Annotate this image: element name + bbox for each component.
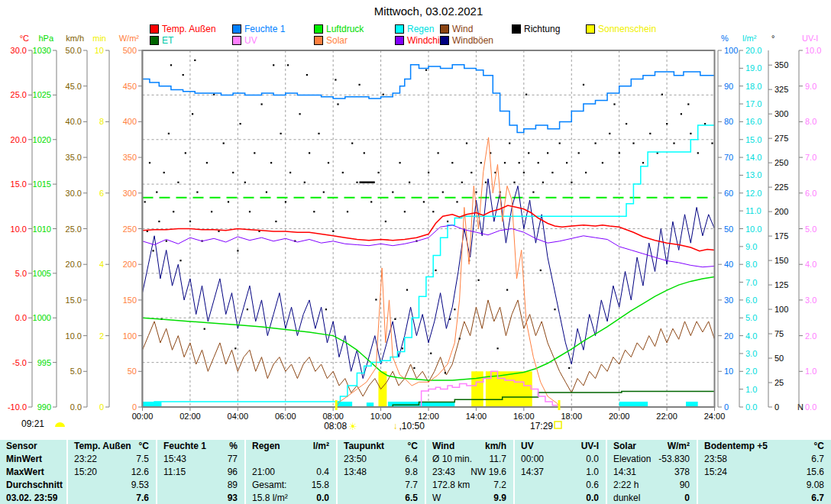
axis-tick-label: 25.0 xyxy=(11,90,27,99)
axis-tick-label: -5.0 xyxy=(12,358,27,367)
table-cell-time: 14:37 xyxy=(521,467,544,477)
scatter-dot xyxy=(649,133,651,134)
scatter-dot xyxy=(566,162,567,163)
table-cell-value: 7.6 xyxy=(136,493,149,503)
axis-tick-label: 1.0 xyxy=(745,385,757,394)
scatter-dot xyxy=(347,211,348,212)
axis-tick-label: 100 xyxy=(724,46,738,55)
scatter-dot xyxy=(704,123,706,124)
table-header-taupunkt: Taupunkt°C xyxy=(336,440,425,453)
scatter-dot xyxy=(523,172,525,173)
scatter-dot xyxy=(585,172,587,173)
table-cell-taupunkt: 23:506.4 xyxy=(336,453,425,466)
scatter-dot xyxy=(356,182,357,183)
axis-km-h: 50.045.040.035.030.025.020.015.010.05.00… xyxy=(66,34,87,412)
sunrise-time-label: 08:08 xyxy=(324,421,347,431)
axis-tick-label: 10.0 xyxy=(805,46,821,55)
scatter-dot xyxy=(619,152,620,153)
scatter-dot xyxy=(285,201,286,202)
table-cell-value: 7.5 xyxy=(136,454,149,464)
x-tick-label: 02:00 xyxy=(179,412,201,421)
axis--: 3503253002752502252001751501251007550250… xyxy=(768,34,804,412)
scatter-dot xyxy=(626,123,627,124)
table-cell-feuchte-1: 89 xyxy=(156,478,244,491)
table-cell-value: 6.7 xyxy=(811,454,824,464)
table-cell-time: 2:22 h xyxy=(613,480,639,490)
table-cell-wind: Ø 10 min.11.7 xyxy=(425,453,513,466)
axis-hpa: 1030102510201015101010051000995990hPa xyxy=(33,34,57,412)
scatter-dot xyxy=(213,94,215,95)
scatter-dot xyxy=(342,172,344,173)
table-cell-value: 9.08 xyxy=(807,480,824,490)
table-header-unit: l/m² xyxy=(313,441,329,451)
table-cell-value: -53.830 xyxy=(658,454,690,464)
scatter-dot xyxy=(179,260,181,261)
scatter-dot xyxy=(144,201,146,202)
axis-tick-label: 10 xyxy=(724,367,733,376)
table-cell-value: 9.8 xyxy=(405,467,418,477)
sunset-time-label: 17:29 xyxy=(530,421,553,431)
sunshine-block xyxy=(378,371,386,407)
scatter-dot xyxy=(519,162,520,163)
table-cell-uv: 14:371.0 xyxy=(513,466,606,479)
table-cell-value: 0.0 xyxy=(586,454,599,464)
scatter-dot xyxy=(554,309,555,310)
scatter-dot xyxy=(156,192,157,193)
axis-tick-label: 50 xyxy=(128,367,137,376)
table-cell-bodentemp-5: 9.08 xyxy=(697,478,831,491)
axis-tick-label: 0.0 xyxy=(15,313,27,322)
scatter-dot xyxy=(289,172,291,173)
scatter-dot xyxy=(642,162,644,163)
table-row-label: MinWert xyxy=(0,453,66,466)
axis-unit-label: l/m² xyxy=(742,34,757,43)
table-cell-value: 0.0 xyxy=(316,493,329,503)
table-cell-value: NW 19.6 xyxy=(470,467,506,477)
scatter-dot xyxy=(451,162,453,163)
axis-tick-label: 1005 xyxy=(33,269,51,278)
axis-tick-label: 4.0 xyxy=(745,331,757,341)
table-header-regen: Regenl/m² xyxy=(244,440,336,453)
axis-tick-label: 300 xyxy=(774,109,788,118)
grid-lines xyxy=(143,50,715,407)
axis-tick-label: 200 xyxy=(123,260,137,269)
sunshine-block xyxy=(471,371,483,407)
x-tick-label: 06:00 xyxy=(275,412,296,421)
table-header-sensor: Sensor xyxy=(0,440,66,453)
axis-tick-label: 14.0 xyxy=(745,153,761,162)
scatter-dot xyxy=(204,328,205,330)
scatter-dot xyxy=(666,123,668,124)
sun-icon: ☀ xyxy=(348,421,357,432)
scatter-dot xyxy=(538,162,539,163)
axis-tick-label: 10.0 xyxy=(66,331,82,341)
table-cell-wind: 172.8 km7.2 xyxy=(425,478,513,491)
scatter-dot xyxy=(313,211,315,212)
scatter-dot xyxy=(578,152,580,153)
axis-tick-label: 150 xyxy=(774,256,788,265)
axis-l-m-: 20.019.018.017.016.015.014.013.012.011.0… xyxy=(739,34,761,412)
axis-tick-label: 9.0 xyxy=(745,242,757,251)
table-cell-time: 14:31 xyxy=(613,467,636,477)
scatter-dot xyxy=(466,143,467,144)
scatter-dot xyxy=(595,143,597,144)
x-tick-label: 24:00 xyxy=(704,412,726,421)
scatter-dot xyxy=(370,201,372,202)
table-cell-time: 11:15 xyxy=(163,467,186,477)
table-header-bodentemp-5: Bodentemp +5°C xyxy=(697,440,831,453)
scatter-dot xyxy=(435,270,436,271)
axis-tick-label: 16.0 xyxy=(745,117,761,126)
scatter-dot xyxy=(559,143,561,144)
axis-tick-label: 100 xyxy=(123,331,137,341)
scatter-dot xyxy=(299,113,301,115)
scatter-dot xyxy=(261,103,263,105)
table-row-label-text: 03.02. 23:59 xyxy=(6,493,57,503)
table-cell-value: 0.4 xyxy=(316,467,329,477)
scatter-dot xyxy=(425,69,427,71)
weather-station-window: Mittwoch, 03.02.2021 Temp. AußenFeuchte … xyxy=(0,0,831,504)
scatter-dot xyxy=(249,211,251,212)
scatter-dot xyxy=(323,192,325,193)
scatter-dot xyxy=(318,133,319,134)
axis-tick-label: 0.0 xyxy=(70,402,82,412)
axis-tick-label: 50 xyxy=(724,225,733,234)
scatter-dot xyxy=(166,241,167,242)
table-cell-value: 9.9 xyxy=(493,493,506,503)
